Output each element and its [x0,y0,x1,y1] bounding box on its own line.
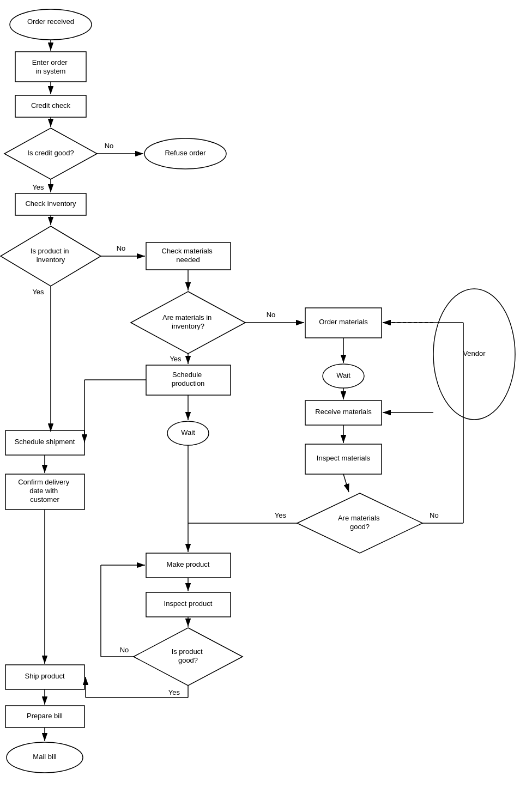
wait-materials-label: Wait [336,371,350,379]
schedule-shipment-label: Schedule shipment [15,438,75,446]
refuse-order-label: Refuse order [165,149,206,157]
no-label-credit: No [105,142,114,150]
schedule-production-label: Schedule production [172,371,205,387]
no-label-materials-good: No [430,511,439,519]
ship-product-label: Ship product [25,672,65,680]
yes-label-mat-inv: Yes [170,355,182,363]
no-label-materials: No [267,311,276,319]
no-label-inventory: No [117,244,126,252]
prepare-bill-label: Prepare bill [27,712,63,720]
check-inventory-label: Check inventory [25,199,76,208]
yes-label-materials-good: Yes [275,511,287,519]
wait-production-label: Wait [181,428,195,437]
make-product-label: Make product [167,560,210,568]
yes-label-inventory: Yes [32,288,44,296]
is-credit-good-label: Is credit good? [27,149,74,157]
yes-label-product: Yes [168,688,180,696]
enter-order-label: Enter order in system [32,58,70,75]
no-label-product: No [120,646,129,654]
inspect-product-label: Inspect product [164,599,213,608]
inspect-materials-label: Inspect materials [317,454,371,462]
mail-bill-label: Mail bill [33,753,56,761]
is-product-in-inventory-label: Is product in inventory [31,247,71,264]
order-received-label: Order received [27,17,74,26]
credit-check-label: Credit check [31,101,71,110]
receive-materials-label: Receive materials [315,408,372,416]
svg-line-42 [343,474,349,492]
flowchart: Order received Enter order in system Cre… [0,0,532,788]
vendor-label: Vendor [463,349,486,357]
order-materials-label: Order materials [319,318,368,326]
yes-label-credit: Yes [32,183,44,191]
